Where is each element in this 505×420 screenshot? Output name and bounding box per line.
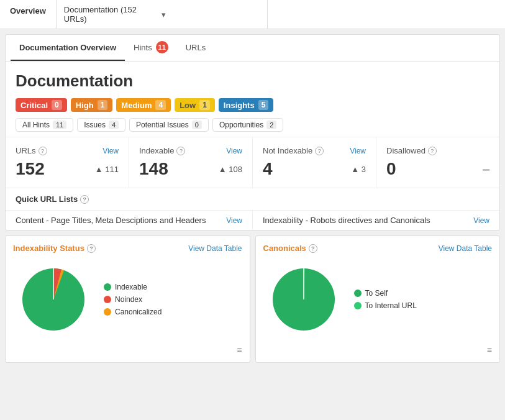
- chart-canonicals-title: Canonicals ?: [263, 244, 317, 253]
- chart-indexability-view-link[interactable]: View Data Table: [188, 244, 242, 253]
- indexable-dot: [104, 283, 111, 291]
- badge-low[interactable]: Low 1: [175, 98, 215, 112]
- disallowed-delta: –: [483, 162, 489, 176]
- page-title: Documentation: [16, 71, 489, 91]
- main-card: Documentation Overview Hints 11 URLs Doc…: [5, 34, 500, 231]
- badge-insights-count: 5: [258, 100, 269, 110]
- badge-critical-label: Critical: [20, 101, 48, 110]
- chart-indexability-title: Indexability Status ?: [13, 244, 96, 253]
- legend-canonicalized: Canonicalized: [104, 308, 162, 316]
- urls-view-link[interactable]: View: [102, 147, 119, 155]
- indexability-legend: Indexable Noindex Canonicalized: [104, 283, 162, 316]
- not-indexable-help-icon[interactable]: ?: [315, 147, 324, 155]
- hints-badge: 11: [156, 41, 168, 53]
- canonicals-menu-icon[interactable]: ≡: [487, 345, 492, 355]
- indexable-value: 148: [139, 159, 168, 179]
- metric-not-indexable-label: Not Indexable ?: [263, 146, 324, 155]
- tab-hints[interactable]: Hints 11: [125, 35, 177, 61]
- urls-value: 152: [16, 159, 45, 179]
- canonicals-pie-chart: [263, 259, 344, 340]
- urls-help-icon[interactable]: ?: [39, 147, 47, 155]
- chart-indexability-status: Indexability Status ? View Data Table: [5, 235, 250, 363]
- metric-urls: URLs ? View 152 ▲ 111: [6, 137, 129, 188]
- legend-to-internal-url: To Internal URL: [354, 301, 417, 310]
- tab-documentation-overview[interactable]: Documentation Overview: [11, 35, 125, 61]
- filter-issues[interactable]: Issues 4: [77, 118, 125, 132]
- urls-delta: ▲ 111: [95, 165, 119, 174]
- metric-indexable-label: Indexable ?: [139, 146, 185, 155]
- metrics-row: URLs ? View 152 ▲ 111 Indexable ?: [6, 137, 499, 188]
- badge-low-count: 1: [199, 100, 210, 110]
- quick-url-section: Quick URL Lists ?: [6, 188, 499, 210]
- filter-all-hints[interactable]: All Hints 11: [16, 118, 73, 132]
- metric-indexable: Indexable ? View 148 ▲ 108: [129, 137, 253, 188]
- filter-opportunities[interactable]: Opportunities 2: [212, 118, 284, 132]
- legend-noindex: Noindex: [104, 295, 162, 304]
- quick-link-indexability-view[interactable]: View: [473, 216, 489, 225]
- tabs-row: Documentation Overview Hints 11 URLs: [6, 35, 499, 62]
- badge-medium-count: 4: [155, 100, 166, 110]
- badge-critical[interactable]: Critical 0: [16, 98, 67, 112]
- badge-insights-label: Insights: [224, 101, 255, 110]
- indexable-delta: ▲ 108: [219, 165, 242, 174]
- indexability-pie-chart: [13, 259, 94, 340]
- to-self-dot: [354, 290, 362, 297]
- quick-link-content-view[interactable]: View: [226, 216, 242, 225]
- quick-links-row: Content - Page Titles, Meta Desciptions …: [6, 210, 499, 230]
- legend-to-self: To Self: [354, 289, 417, 298]
- chart-canonicals: Canonicals ? View Data Table: [255, 235, 501, 363]
- chart-indexability-help-icon[interactable]: ?: [87, 244, 96, 253]
- badge-high[interactable]: High 1: [71, 98, 113, 112]
- badge-insights[interactable]: Insights 5: [219, 98, 274, 112]
- quick-url-title: Quick URL Lists ?: [16, 194, 489, 204]
- disallowed-help-icon[interactable]: ?: [428, 147, 437, 155]
- badge-critical-count: 0: [52, 100, 62, 110]
- top-navigation: Overview Documentation (152 URLs) ▾: [0, 0, 505, 29]
- badge-medium[interactable]: Medium 4: [116, 98, 171, 112]
- filter-row: All Hints 11 Issues 4 Potential Issues 0…: [16, 118, 489, 132]
- canonicalized-dot: [104, 308, 111, 316]
- filter-potential-issues[interactable]: Potential Issues 0: [129, 118, 209, 132]
- indexable-help-icon[interactable]: ?: [176, 147, 185, 155]
- tab-urls-label: URLs: [186, 43, 206, 52]
- dropdown-arrow-icon: ▾: [162, 10, 260, 19]
- hint-badges: Critical 0 High 1 Medium 4 Low 1 Insight…: [16, 98, 489, 112]
- metric-not-indexable: Not Indexable ? View 4 ▲ 3: [253, 137, 376, 188]
- charts-outer: Indexability Status ? View Data Table: [5, 235, 500, 363]
- to-internal-url-dot: [354, 302, 362, 309]
- quick-link-content-text: Content - Page Titles, Meta Desciptions …: [16, 216, 206, 225]
- noindex-dot: [104, 296, 111, 303]
- overview-tab[interactable]: Overview: [0, 0, 57, 29]
- badge-low-label: Low: [180, 101, 196, 110]
- not-indexable-value: 4: [263, 159, 273, 179]
- chart-canonicals-help-icon[interactable]: ?: [309, 244, 317, 253]
- quick-link-indexability-text: Indexability - Robots directives and Can…: [263, 216, 430, 225]
- metric-urls-label: URLs ?: [16, 146, 47, 155]
- tab-hints-label: Hints: [134, 43, 152, 52]
- not-indexable-delta: ▲ 3: [351, 165, 366, 174]
- legend-indexable: Indexable: [104, 283, 162, 291]
- tab-urls[interactable]: URLs: [177, 35, 215, 61]
- badge-high-label: High: [76, 101, 94, 110]
- site-dropdown[interactable]: Documentation (152 URLs) ▾: [57, 0, 268, 29]
- indexability-menu-icon[interactable]: ≡: [237, 345, 242, 355]
- not-indexable-view-link[interactable]: View: [350, 147, 366, 155]
- quick-url-help-icon[interactable]: ?: [80, 195, 89, 204]
- quick-link-indexability: Indexability - Robots directives and Can…: [253, 211, 499, 230]
- badge-high-count: 1: [98, 100, 108, 110]
- tab-documentation-overview-label: Documentation Overview: [19, 43, 116, 52]
- overview-section: Documentation Critical 0 High 1 Medium 4…: [6, 62, 499, 137]
- metric-disallowed: Disallowed ? 0 –: [376, 137, 499, 188]
- disallowed-value: 0: [386, 159, 396, 179]
- badge-medium-label: Medium: [121, 101, 152, 110]
- metric-disallowed-label: Disallowed ?: [386, 146, 437, 155]
- canonicals-legend: To Self To Internal URL: [354, 289, 417, 310]
- chart-canonicals-view-link[interactable]: View Data Table: [439, 244, 492, 253]
- quick-link-content: Content - Page Titles, Meta Desciptions …: [6, 211, 253, 230]
- indexable-view-link[interactable]: View: [226, 147, 242, 155]
